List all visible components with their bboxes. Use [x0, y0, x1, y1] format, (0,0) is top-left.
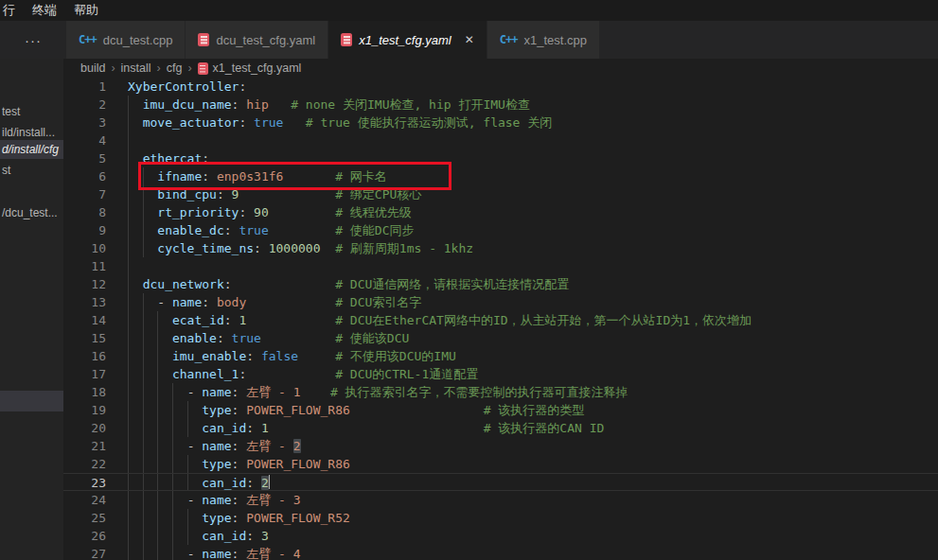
line-content: ecat_id: 1 # DCU在EtherCAT网络中的ID，从主站开始，第一…: [128, 311, 938, 329]
line-number: 26: [63, 527, 128, 545]
code-token: :: [217, 331, 232, 345]
code-token: true: [232, 331, 261, 345]
code-token: [128, 367, 172, 381]
code-line-19[interactable]: 19 type: POWER_FLOW_R86 # 该执行器的类型: [63, 401, 938, 419]
code-line-10[interactable]: 10 cycle_time_ns: 1000000 # 刷新周期1ms - 1k…: [63, 239, 938, 257]
indent-guide: [143, 491, 144, 509]
line-content: - name: 左臂 - 4: [128, 545, 938, 560]
sidebar-row-6[interactable]: [0, 391, 63, 411]
code-token: [350, 403, 484, 417]
code-line-20[interactable]: 20 can_id: 1 # 该执行器的CAN ID: [63, 419, 938, 437]
code-token: [269, 421, 484, 435]
sidebar-row-2[interactable]: ild/install...: [0, 123, 63, 142]
more-actions-icon[interactable]: ···: [0, 21, 66, 59]
line-number: 25: [63, 509, 128, 527]
breadcrumb-segment-install[interactable]: install: [121, 61, 151, 75]
code-line-27[interactable]: 27 - name: 左臂 - 4: [63, 545, 938, 560]
code-token: # DCU通信网络，请根据实机连接情况配置: [335, 277, 569, 291]
code-line-16[interactable]: 16 imu_enable: false # 不使用该DCU的IMU: [63, 347, 938, 365]
code-line-13[interactable]: 13 - name: body # DCU索引名字: [63, 293, 938, 311]
sidebar-row-4[interactable]: st: [0, 161, 63, 180]
code-line-24[interactable]: 24 - name: 左臂 - 3: [63, 491, 938, 509]
breadcrumb-segment-build[interactable]: build: [80, 61, 105, 75]
indent-guide: [143, 474, 144, 490]
code-line-14[interactable]: 14 ecat_id: 1 # DCU在EtherCAT网络中的ID，从主站开始…: [63, 311, 938, 329]
code-token: ecat_id: [172, 313, 224, 327]
code-line-7[interactable]: 7 bind_cpu: 9 # 绑定CPU核心: [63, 185, 938, 203]
code-line-11[interactable]: 11: [63, 257, 938, 275]
code-line-8[interactable]: 8 rt_priority: 90 # 线程优先级: [63, 203, 938, 221]
code-line-3[interactable]: 3 move_actuator: true # true 使能执行器运动测试, …: [63, 114, 938, 131]
indent-guide: [187, 419, 188, 437]
indent-guide: [128, 311, 129, 329]
indent-guide: [128, 131, 129, 149]
code-token: name: [172, 295, 202, 309]
indent-guide: [128, 203, 129, 221]
breadcrumb-segment-cfg[interactable]: cfg: [167, 61, 183, 75]
line-content: imu_dcu_name: hip # none 关闭IMU检查, hip 打开…: [128, 96, 938, 114]
code-token: type: [202, 511, 231, 525]
code-line-25[interactable]: 25 type: POWER_FLOW_R52: [63, 509, 938, 527]
indent-guide: [143, 527, 144, 545]
code-line-15[interactable]: 15 enable: true # 使能该DCU: [63, 329, 938, 347]
indent-guide: [128, 491, 129, 509]
code-line-17[interactable]: 17 channel_1: # DCU的CTRL-1通道配置: [63, 365, 938, 383]
code-line-12[interactable]: 12 dcu_network: # DCU通信网络，请根据实机连接情况配置: [63, 275, 938, 293]
code-token: :: [246, 421, 261, 435]
menu-item-终端[interactable]: 终端: [24, 0, 65, 21]
code-token: :: [202, 151, 209, 166]
code-line-5[interactable]: 5 ethercat:: [63, 149, 938, 167]
line-content: dcu_network: # DCU通信网络，请根据实机连接情况配置: [128, 275, 938, 293]
tab-x1_test.cpp[interactable]: C++x1_test.cpp: [487, 21, 600, 59]
code-line-1[interactable]: 1XyberController:: [63, 78, 938, 96]
indent-guide: [128, 437, 129, 455]
code-line-9[interactable]: 9 enable_dc: true # 使能DC同步: [63, 221, 938, 239]
code-line-26[interactable]: 26 can_id: 3: [63, 527, 938, 545]
code-line-4[interactable]: 4: [63, 131, 938, 149]
code-token: XyberController: [128, 79, 239, 94]
line-content: - name: 左臂 - 1 # 执行器索引名字，不需要控制的执行器可直接注释掉: [128, 383, 938, 401]
sidebar-row-3[interactable]: d/install/cfg: [0, 140, 63, 159]
code-line-22[interactable]: 22 type: POWER_FLOW_R86: [63, 455, 938, 473]
tab-dcu_test_cfg.yaml[interactable]: dcu_test_cfg.yaml: [186, 21, 328, 59]
breadcrumb-file[interactable]: x1_test_cfg.yaml: [213, 61, 302, 75]
code-line-23[interactable]: 23 can_id: 2: [63, 473, 938, 491]
sidebar-row-1[interactable]: test: [0, 102, 63, 121]
menu-item-帮助[interactable]: 帮助: [65, 0, 107, 21]
tab-x1_test_cfg.yaml[interactable]: x1_test_cfg.yaml✕: [328, 21, 487, 59]
code-token: # 使能该DCU: [335, 331, 409, 345]
code-token: :: [232, 97, 247, 112]
code-line-21[interactable]: 21 - name: 左臂 - 2: [63, 437, 938, 455]
indent-guide: [157, 491, 158, 509]
sidebar-row-5[interactable]: /dcu_test...: [0, 203, 63, 222]
code-token: [128, 403, 202, 417]
code-line-6[interactable]: 6 ifname: enp0s31f6 # 网卡名: [63, 167, 938, 185]
indent-guide: [143, 185, 144, 203]
line-content: cycle_time_ns: 1000000 # 刷新周期1ms - 1khz: [128, 239, 938, 257]
code-token: enable_dc: [157, 223, 223, 237]
code-line-2[interactable]: 2 imu_dcu_name: hip # none 关闭IMU检查, hip …: [63, 96, 938, 114]
indent-guide: [143, 419, 144, 437]
close-icon[interactable]: ✕: [465, 34, 474, 45]
code-token: [128, 476, 202, 490]
line-content: type: POWER_FLOW_R86: [128, 455, 938, 473]
indent-guide: [143, 167, 144, 185]
tab-dcu_test.cpp[interactable]: C++dcu_test.cpp: [66, 21, 186, 59]
indent-guide: [157, 419, 158, 437]
code-token: type: [202, 457, 231, 471]
indent-guide: [172, 437, 173, 455]
code-token: 3: [261, 529, 269, 543]
code-token: can_id: [202, 476, 246, 490]
code-line-18[interactable]: 18 - name: 左臂 - 1 # 执行器索引名字，不需要控制的执行器可直接…: [63, 383, 938, 401]
line-number: 21: [63, 437, 128, 455]
code-token: :: [232, 547, 247, 560]
line-content: can_id: 2: [128, 474, 938, 490]
code-token: -: [187, 547, 203, 560]
code-editor[interactable]: 1XyberController:2 imu_dcu_name: hip # n…: [63, 78, 938, 560]
line-number: 22: [63, 455, 128, 473]
indent-guide: [187, 455, 188, 473]
indent-guide: [128, 257, 129, 275]
menu-item-行[interactable]: 行: [0, 0, 24, 21]
indent-guide: [187, 474, 188, 490]
code-token: enp0s31f6: [217, 169, 283, 184]
